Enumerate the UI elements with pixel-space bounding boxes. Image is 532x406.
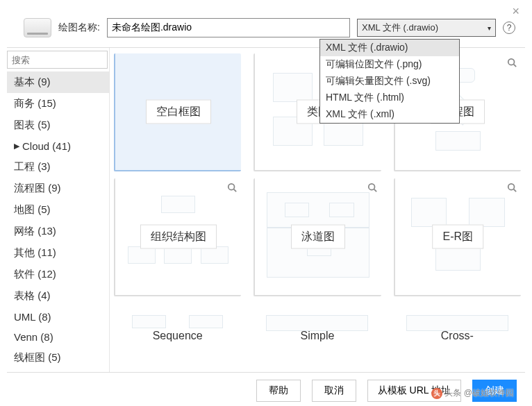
category-list: 基本 (9) 商务 (15) 图表 (5) ▶Cloud (41) 工程 (3)… (7, 71, 109, 372)
svg-line-11 (514, 189, 517, 192)
diagram-name-input[interactable] (107, 18, 350, 37)
category-item[interactable]: Venn (8) (7, 327, 109, 347)
caret-right-icon: ▶ (14, 142, 19, 151)
category-item[interactable]: 表格 (4) (7, 285, 109, 307)
category-item[interactable]: 其他 (11) (7, 242, 109, 264)
template-title: 泳道图 (291, 225, 345, 249)
category-item[interactable]: UML (8) (7, 307, 109, 327)
sidebar: 基本 (9) 商务 (15) 图表 (5) ▶Cloud (41) 工程 (3)… (7, 48, 110, 372)
dropdown-option[interactable]: XML 文件 (.xml) (320, 106, 459, 123)
file-type-select[interactable]: XML 文件 (.drawio) ▾ (357, 19, 496, 37)
template-title: E-R图 (433, 225, 484, 249)
watermark-icon: 头 (431, 388, 442, 399)
dropdown-option[interactable]: XML 文件 (.drawio) (320, 40, 459, 56)
watermark: 头头条 @破姐软件园 (431, 387, 514, 399)
new-diagram-dialog: × 绘图名称: XML 文件 (.drawio) ▾ ? XML 文件 (.dr… (0, 0, 532, 406)
template-card[interactable]: Cross- (394, 303, 521, 345)
template-gallery: 空白框图 类图 流程图 组织结构图 (110, 48, 525, 372)
svg-line-9 (374, 189, 376, 192)
template-title: 空白框图 (146, 100, 211, 124)
category-item[interactable]: 商务 (15) (7, 93, 109, 115)
template-card[interactable]: 空白框图 (114, 53, 241, 171)
cancel-button[interactable]: 取消 (312, 380, 356, 402)
dropdown-option[interactable]: HTML 文件 (.html) (320, 90, 459, 106)
close-icon[interactable]: × (512, 4, 519, 19)
category-item[interactable]: 线框图 (5) (7, 347, 109, 369)
svg-line-7 (234, 189, 237, 192)
template-title: 组织结构图 (140, 225, 217, 249)
template-title: Sequence (143, 325, 213, 346)
category-item[interactable]: 工程 (3) (7, 156, 109, 178)
category-item[interactable]: 地图 (5) (7, 199, 109, 221)
category-item[interactable]: ▶Cloud (41) (7, 136, 109, 156)
category-item[interactable]: 图表 (5) (7, 115, 109, 136)
template-title: Simple (291, 325, 344, 346)
disk-icon (24, 18, 51, 37)
svg-line-5 (514, 65, 517, 67)
template-title: Cross- (431, 325, 483, 346)
dropdown-option[interactable]: 可编辑矢量图文件 (.svg) (320, 73, 459, 90)
file-type-selected: XML 文件 (.drawio) (362, 22, 438, 34)
template-card[interactable]: 泳道图 (253, 178, 381, 296)
chevron-down-icon: ▾ (488, 24, 491, 32)
file-type-dropdown: XML 文件 (.drawio) 可编辑位图文件 (.png) 可编辑矢量图文件… (319, 39, 460, 124)
template-card[interactable]: 组织结构图 (114, 178, 241, 296)
category-item[interactable]: 基本 (9) (7, 71, 109, 93)
help-icon[interactable]: ? (503, 22, 515, 34)
template-card[interactable]: Simple (253, 303, 381, 345)
category-item[interactable]: 软件 (12) (7, 264, 109, 285)
template-card[interactable]: Sequence (114, 303, 241, 345)
category-item[interactable]: 流程图 (9) (7, 178, 109, 199)
category-item[interactable]: 网络 (13) (7, 221, 109, 242)
template-card[interactable]: E-R图 (394, 178, 521, 296)
help-button[interactable]: 帮助 (256, 380, 301, 402)
search-box (7, 51, 108, 69)
dropdown-option[interactable]: 可编辑位图文件 (.png) (320, 56, 459, 73)
name-label: 绘图名称: (58, 22, 100, 34)
